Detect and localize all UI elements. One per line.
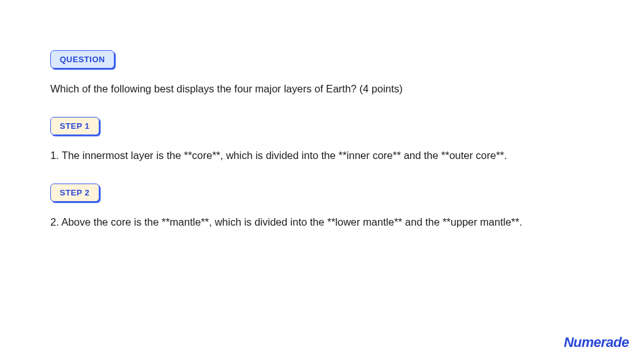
question-badge: QUESTION <box>50 50 114 69</box>
step-2-text: 2. Above the core is the **mantle**, whi… <box>50 214 594 230</box>
step-2-badge: STEP 2 <box>50 184 99 202</box>
step-1-text: 1. The innermost layer is the **core**, … <box>50 148 594 163</box>
content-container: QUESTION Which of the following best dis… <box>0 0 644 229</box>
question-text: Which of the following best displays the… <box>50 81 594 97</box>
step-1-badge: STEP 1 <box>50 117 99 135</box>
brand-logo: Numerade <box>564 334 629 351</box>
